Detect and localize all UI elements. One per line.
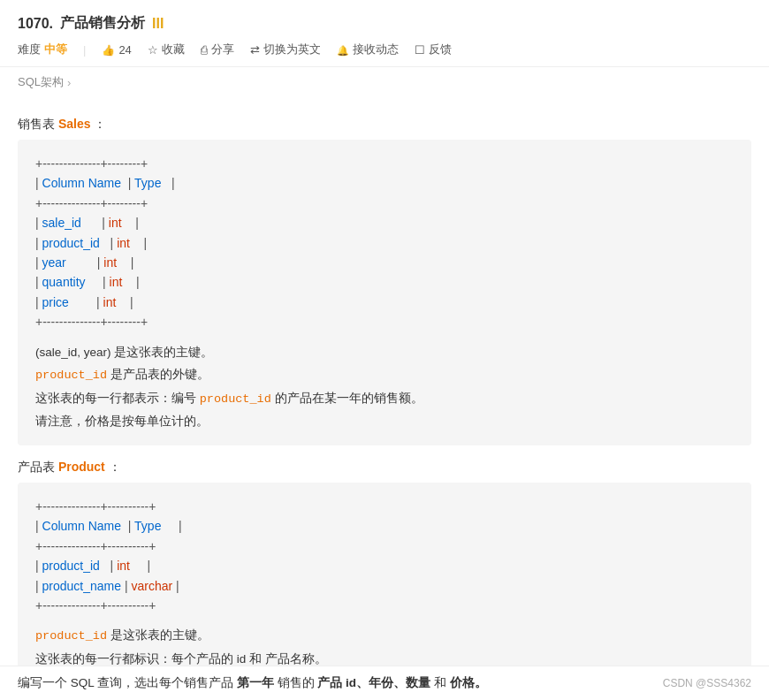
sales-table-ascii: +--------------+--------+ | Column Name … bbox=[35, 154, 734, 332]
switch-lang-label: 切换为英文 bbox=[263, 42, 321, 57]
share-icon bbox=[201, 43, 208, 57]
problem-title-cn: 产品销售分析 bbox=[60, 14, 145, 33]
bell-icon bbox=[337, 43, 349, 57]
product-section: 产品表 Product ： +--------------+----------… bbox=[18, 460, 751, 683]
footer-task: 编写一个 SQL 查询，选出每个销售产品 第一年 销售的 产品 id、年份、数量… bbox=[18, 675, 487, 691]
feedback-icon bbox=[415, 43, 425, 57]
sales-desc-1: (sale_id, year) 是这张表的主键。 bbox=[35, 341, 734, 364]
feedback-button[interactable]: 反馈 bbox=[415, 42, 452, 57]
product-label-cn: 产品表 bbox=[18, 460, 55, 474]
difficulty-value: 中等 bbox=[44, 42, 67, 57]
product-section-title: 产品表 Product ： bbox=[18, 460, 751, 476]
sales-desc-2: product_id 是产品表的外键。 bbox=[35, 363, 734, 387]
product-block: +--------------+----------+ | Column Nam… bbox=[18, 483, 751, 683]
notify-button[interactable]: 接收动态 bbox=[337, 42, 399, 57]
toolbar: 难度 中等 | 24 收藏 分享 切换为英文 接收动态 反馈 bbox=[18, 42, 751, 57]
feedback-label: 反馈 bbox=[429, 42, 452, 57]
difficulty-label: 难度 bbox=[18, 42, 41, 57]
problem-level: III bbox=[152, 16, 164, 32]
sep1: | bbox=[83, 43, 86, 57]
product-desc-1: product_id 是这张表的主键。 bbox=[35, 624, 734, 648]
footer-bar: 编写一个 SQL 查询，选出每个销售产品 第一年 销售的 产品 id、年份、数量… bbox=[0, 666, 769, 700]
sales-desc-3: 这张表的每一行都表示：编号 product_id 的产品在某一年的销售额。 bbox=[35, 387, 734, 411]
product-descriptions: product_id 是这张表的主键。 这张表的每一行都标识：每个产品的 id … bbox=[35, 624, 734, 670]
share-label: 分享 bbox=[211, 42, 234, 57]
thumb-up-icon bbox=[102, 43, 115, 57]
breadcrumb: SQL架构 › bbox=[0, 67, 769, 97]
collect-button[interactable]: 收藏 bbox=[148, 42, 185, 57]
sales-descriptions: (sale_id, year) 是这张表的主键。 product_id 是产品表… bbox=[35, 341, 734, 434]
sales-colon: ： bbox=[94, 117, 106, 131]
switch-icon bbox=[250, 43, 260, 57]
problem-number: 1070. bbox=[18, 16, 53, 32]
switch-lang-button[interactable]: 切换为英文 bbox=[250, 42, 321, 57]
product-colon: ： bbox=[109, 460, 121, 474]
sales-label-cn: 销售表 bbox=[18, 117, 55, 131]
breadcrumb-arrow: › bbox=[67, 76, 71, 89]
product-label-en: Product bbox=[58, 460, 105, 474]
header: 1070. 产品销售分析 III 难度 中等 | 24 收藏 分享 切换为英文 … bbox=[0, 0, 769, 67]
sales-label-en: Sales bbox=[58, 117, 91, 131]
sales-desc-4: 请注意，价格是按每单位计的。 bbox=[35, 410, 734, 433]
like-count: 24 bbox=[118, 43, 131, 57]
sales-block: +--------------+--------+ | Column Name … bbox=[18, 140, 751, 445]
content: 销售表 Sales ： +--------------+--------+ | … bbox=[0, 97, 769, 700]
like-button[interactable]: 24 bbox=[102, 43, 131, 57]
title-row: 1070. 产品销售分析 III bbox=[18, 14, 751, 33]
footer-source: CSDN @SSS4362 bbox=[663, 677, 751, 689]
difficulty-item: 难度 中等 bbox=[18, 42, 67, 57]
product-table-ascii: +--------------+----------+ | Column Nam… bbox=[35, 497, 734, 615]
sales-section-title: 销售表 Sales ： bbox=[18, 117, 751, 133]
star-icon bbox=[148, 43, 158, 57]
notify-label: 接收动态 bbox=[353, 42, 399, 57]
breadcrumb-sql[interactable]: SQL架构 bbox=[18, 74, 64, 90]
share-button[interactable]: 分享 bbox=[201, 42, 234, 57]
collect-label: 收藏 bbox=[162, 42, 185, 57]
